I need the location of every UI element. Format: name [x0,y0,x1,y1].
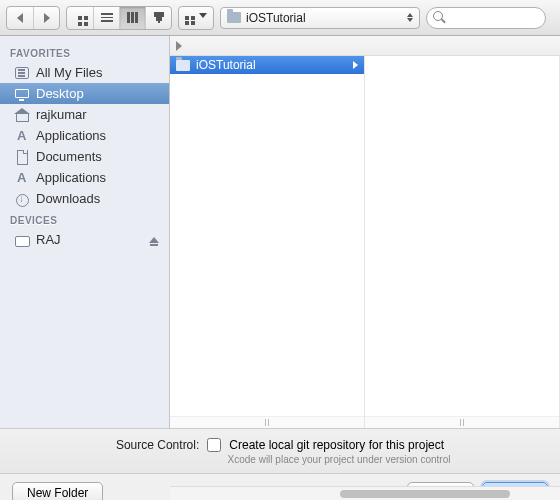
source-control-label: Source Control: [116,438,199,452]
scrollbar-thumb[interactable] [340,490,510,498]
git-repo-checkbox[interactable] [207,438,221,452]
sidebar-item-label: Desktop [36,86,84,101]
arrange-menu[interactable] [178,6,214,30]
column-resize-handle[interactable] [170,416,364,428]
sidebar-item-label: All My Files [36,65,102,80]
sidebar-item-desktop[interactable]: Desktop [0,83,169,104]
downloads-icon [14,192,30,206]
sidebar-item-applications[interactable]: Applications [0,125,169,146]
column-browser: iOSTutorial [170,36,560,428]
icon-view-button[interactable] [67,7,93,29]
sidebar-item-device-raj[interactable]: RAJ [0,229,169,250]
path-dropdown[interactable]: iOSTutorial [220,7,420,29]
column-resize-handle[interactable] [365,416,559,428]
file-row-iostutorial[interactable]: iOSTutorial [170,56,364,74]
path-label: iOSTutorial [246,11,402,25]
column-view-button[interactable] [119,7,145,29]
nav-back-forward [6,6,60,30]
documents-icon [14,150,30,164]
column-2 [365,56,560,428]
search-field [426,7,546,29]
updown-icon [407,13,413,22]
chevron-right-icon [353,61,358,69]
eject-icon[interactable] [149,237,159,243]
sidebar-item-label: Applications [36,128,106,143]
column-1: iOSTutorial [170,56,365,428]
arrange-icon [185,16,195,20]
source-control-panel: Source Control: Create local git reposit… [0,428,560,474]
new-folder-button[interactable]: New Folder [12,482,103,500]
sidebar-item-applications-2[interactable]: Applications [0,167,169,188]
home-icon [14,108,30,122]
sidebar-item-label: RAJ [36,232,61,247]
view-mode-group [66,6,172,30]
column-1-items: iOSTutorial [170,56,364,416]
folder-icon [176,60,190,71]
list-view-button[interactable] [93,7,119,29]
expand-icon[interactable] [176,41,182,51]
sidebar-item-documents[interactable]: Documents [0,146,169,167]
sidebar-item-label: Applications [36,170,106,185]
sidebar-item-label: rajkumar [36,107,87,122]
toolbar: iOSTutorial [0,0,560,36]
sidebar-heading-devices: DEVICES [0,209,169,229]
sidebar-item-label: Documents [36,149,102,164]
sidebar-item-downloads[interactable]: Downloads [0,188,169,209]
forward-button[interactable] [33,7,59,29]
applications-icon [14,129,30,143]
sidebar-item-all-my-files[interactable]: All My Files [0,62,169,83]
column-2-items [365,56,559,416]
chevron-left-icon [17,13,23,23]
list-icon [101,13,113,22]
search-icon [433,11,445,23]
desktop-icon [14,87,30,101]
file-row-label: iOSTutorial [196,58,256,72]
coverflow-view-button[interactable] [145,7,171,29]
git-repo-checkbox-label: Create local git repository for this pro… [229,438,444,452]
drive-icon [14,233,30,247]
sidebar: FAVORITES All My Files Desktop rajkumar … [0,36,170,428]
back-button[interactable] [7,7,33,29]
body: FAVORITES All My Files Desktop rajkumar … [0,36,560,428]
folder-icon [227,12,241,23]
chevron-right-icon [44,13,50,23]
column-header [170,36,560,56]
sidebar-item-home[interactable]: rajkumar [0,104,169,125]
all-my-files-icon [14,66,30,80]
horizontal-scrollbar[interactable] [170,486,560,500]
sidebar-heading-favorites: FAVORITES [0,42,169,62]
columns-icon [127,12,138,23]
chevron-down-icon [199,13,207,23]
applications-icon [14,171,30,185]
grid-icon [78,16,82,20]
sidebar-item-label: Downloads [36,191,100,206]
source-control-hint: Xcode will place your project under vers… [228,454,451,465]
coverflow-icon [154,12,164,23]
